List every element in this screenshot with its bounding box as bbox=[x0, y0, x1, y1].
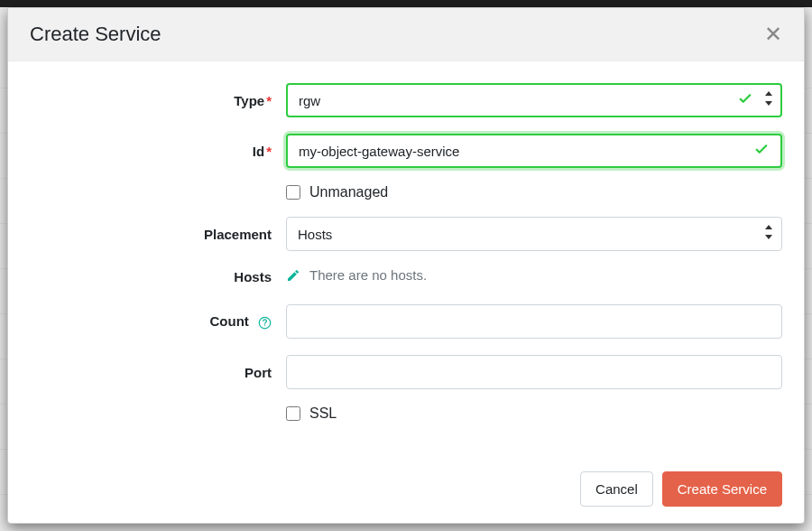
ssl-row: SSL bbox=[30, 405, 782, 422]
placement-select-value: Hosts bbox=[286, 217, 782, 251]
modal-footer: Cancel Create Service bbox=[8, 459, 804, 523]
type-select[interactable]: rgw bbox=[286, 83, 782, 117]
type-label: Type* bbox=[30, 93, 286, 108]
hosts-empty-text: There are no hosts. bbox=[309, 267, 427, 283]
type-field: rgw bbox=[286, 83, 782, 117]
cancel-button[interactable]: Cancel bbox=[580, 471, 653, 507]
placement-label: Placement bbox=[30, 227, 286, 242]
unmanaged-label[interactable]: Unmanaged bbox=[309, 184, 388, 200]
modal-title: Create Service bbox=[30, 23, 161, 46]
placement-select[interactable]: Hosts bbox=[286, 217, 782, 251]
count-field bbox=[286, 304, 782, 339]
id-field bbox=[286, 134, 782, 168]
ssl-label[interactable]: SSL bbox=[309, 405, 337, 422]
id-row: Id* bbox=[30, 134, 782, 168]
modal-header: Create Service ✕ bbox=[8, 8, 804, 61]
hosts-row: Hosts There are no hosts. bbox=[30, 267, 782, 284]
create-service-button[interactable]: Create Service bbox=[662, 471, 782, 507]
close-icon: ✕ bbox=[764, 22, 782, 46]
unmanaged-checkbox[interactable] bbox=[286, 185, 300, 200]
id-label: Id* bbox=[30, 144, 286, 159]
placement-field: Hosts bbox=[286, 217, 782, 251]
hosts-field: There are no hosts. bbox=[286, 267, 782, 283]
required-marker: * bbox=[266, 144, 272, 159]
count-label: Count bbox=[30, 313, 286, 330]
type-row: Type* rgw bbox=[30, 83, 782, 117]
required-marker: * bbox=[266, 93, 272, 108]
help-icon[interactable] bbox=[258, 316, 272, 330]
placement-row: Placement Hosts bbox=[30, 217, 782, 251]
hosts-label: Hosts bbox=[30, 267, 286, 284]
port-row: Port bbox=[30, 355, 782, 389]
pencil-icon[interactable] bbox=[286, 268, 300, 283]
count-row: Count bbox=[30, 304, 782, 339]
count-input[interactable] bbox=[286, 304, 782, 339]
modal-body: Type* rgw Id* bbox=[8, 61, 804, 459]
unmanaged-row: Unmanaged bbox=[30, 184, 782, 200]
create-service-modal: Create Service ✕ Type* rgw bbox=[7, 7, 805, 524]
ssl-checkbox[interactable] bbox=[286, 406, 300, 421]
close-button[interactable]: ✕ bbox=[764, 23, 782, 45]
port-field bbox=[286, 355, 782, 389]
port-input[interactable] bbox=[286, 355, 782, 389]
id-input[interactable] bbox=[286, 134, 782, 168]
port-label: Port bbox=[30, 365, 286, 380]
type-select-value: rgw bbox=[286, 83, 782, 117]
